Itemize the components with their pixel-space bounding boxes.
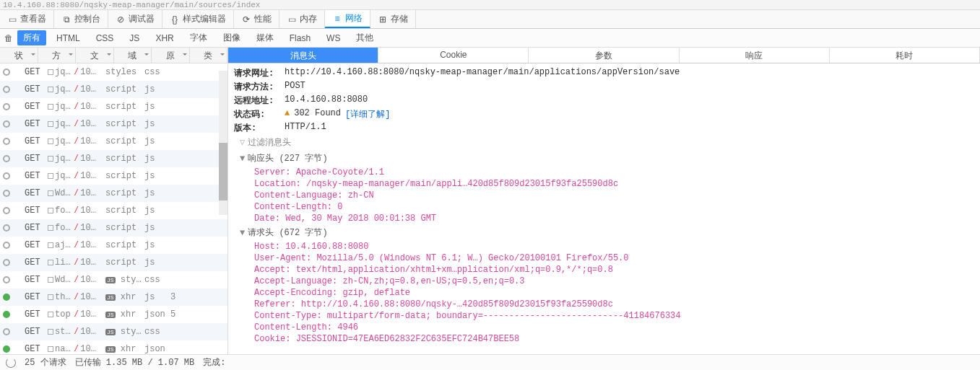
reload-icon[interactable]	[6, 358, 16, 368]
filter-headers-input[interactable]: ▽过滤消息头	[234, 135, 974, 150]
row-method: GET	[25, 223, 46, 233]
tab-label: 查看器	[20, 13, 46, 25]
label-remote: 远程地址:	[234, 94, 280, 107]
status-dot-icon	[3, 138, 10, 145]
header-value: zh-CN	[348, 190, 374, 201]
request-row[interactable]: GETth…⁄10…JS xhrjs3	[0, 288, 227, 306]
perf-icon: ⟳	[241, 14, 251, 25]
request-row[interactable]: GETfo…⁄10…scriptjs	[0, 219, 227, 237]
filter-js[interactable]: JS	[123, 32, 145, 45]
status-bar: 25 个请求 已传输 1.35 MB / 1.07 MB 完成:	[0, 354, 980, 370]
request-row[interactable]: GETjq…⁄10…scriptjs	[0, 167, 227, 185]
row-file: Wd…	[48, 275, 72, 285]
insecure-icon: ⁄	[74, 344, 79, 354]
header-value: Apache-Coyote/1.1	[296, 167, 384, 177]
tab-label: 控制台	[74, 13, 100, 25]
tab-debugger[interactable]: ⊘调试器	[108, 10, 162, 28]
tab-performance[interactable]: ⟳性能	[234, 10, 279, 28]
value-url: http://10.4.160.88:8080/nqsky-meap-manag…	[285, 67, 680, 79]
tab-style-editor[interactable]: {}样式编辑器	[162, 10, 234, 28]
response-headers-section[interactable]: ▼响应头 (227 字节)	[234, 150, 974, 167]
row-type: js	[144, 257, 169, 268]
filter-fonts[interactable]: 字体	[184, 30, 213, 45]
row-file: li…	[48, 257, 72, 268]
request-headers-section[interactable]: ▼请求头 (672 字节)	[234, 224, 974, 241]
insecure-icon: ⁄	[74, 206, 79, 216]
detail-tab-timing[interactable]: 耗时	[830, 48, 980, 63]
style-icon: {}	[170, 14, 180, 25]
scrollbar-thumb[interactable]	[219, 143, 227, 201]
insecure-icon: ⁄	[74, 171, 79, 181]
tab-network[interactable]: ≡网络	[325, 10, 370, 28]
value-remote: 10.4.160.88:8080	[285, 94, 368, 107]
detail-tab-headers[interactable]: 消息头	[228, 48, 378, 63]
filter-headers-label: 过滤消息头	[248, 138, 291, 148]
request-list-panel: 状 方 文 域 原 类 GETjq…⁄10…stylescssGETjq…⁄10…	[0, 48, 228, 354]
request-row[interactable]: GETjq…⁄10…scriptjs	[0, 150, 227, 167]
insecure-icon: ⁄	[74, 136, 79, 146]
row-domain: ⁄10…	[74, 84, 104, 94]
tab-memory[interactable]: ▭内存	[279, 10, 325, 28]
col-status[interactable]: 状	[0, 48, 38, 63]
filter-xhr[interactable]: XHR	[149, 32, 179, 45]
request-row[interactable]: GETjq…⁄10…scriptjs	[0, 133, 227, 150]
col-domain[interactable]: 域	[114, 48, 152, 63]
row-domain: ⁄10…	[74, 67, 104, 77]
header-value: 4946	[337, 322, 358, 332]
tab-storage[interactable]: ⊞存储	[370, 10, 416, 28]
scrollbar[interactable]	[219, 71, 227, 215]
detail-tab-response[interactable]: 响应	[680, 48, 830, 63]
row-cause: script	[105, 188, 143, 198]
filter-other[interactable]: 其他	[350, 30, 379, 45]
row-file: jq…	[48, 154, 72, 164]
learn-more-link[interactable]: [详细了解]	[345, 108, 390, 120]
filter-ws[interactable]: WS	[321, 32, 346, 45]
tab-console[interactable]: ⧉控制台	[54, 10, 108, 28]
detail-tab-params[interactable]: 参数	[529, 48, 679, 63]
col-type[interactable]: 类	[190, 48, 228, 63]
col-file[interactable]: 文	[76, 48, 114, 63]
request-row[interactable]: GETaj…⁄10…scriptjs	[0, 237, 227, 254]
status-done: 完成:	[203, 356, 225, 369]
col-method[interactable]: 方	[38, 48, 77, 63]
filter-media[interactable]: 媒体	[251, 30, 279, 45]
filter-html[interactable]: HTML	[51, 32, 86, 45]
header-name: Referer	[254, 299, 290, 309]
status-dot-icon	[3, 172, 10, 180]
col-cause[interactable]: 原	[152, 48, 190, 63]
row-domain: ⁄10…	[74, 223, 104, 233]
filter-flash[interactable]: Flash	[284, 32, 316, 45]
request-row[interactable]: GETfo…⁄10…scriptjs	[0, 202, 227, 219]
row-cause: script	[105, 206, 143, 216]
filter-all[interactable]: 所有	[17, 30, 46, 45]
request-row[interactable]: GETjq…⁄10…scriptjs	[0, 81, 227, 98]
row-type: js	[144, 154, 169, 164]
status-dot-icon	[3, 328, 10, 335]
request-row[interactable]: GETjq…⁄10…stylescss	[0, 63, 227, 81]
request-row[interactable]: GETtop⁄10…JS xhrjson5	[0, 306, 227, 323]
request-row[interactable]: GETli…⁄10…scriptjs	[0, 254, 227, 271]
request-row[interactable]: GETjq…⁄10…scriptjs	[0, 115, 227, 133]
request-row[interactable]: GETjq…⁄10…scriptjs	[0, 98, 227, 115]
request-row[interactable]: GETna…⁄10…JS xhrjson	[0, 340, 227, 354]
insecure-icon: ⁄	[74, 67, 79, 77]
status-dot-icon	[3, 155, 10, 162]
header-name: Host	[254, 242, 275, 252]
status-dot-icon	[3, 103, 10, 110]
filter-images[interactable]: 图像	[217, 30, 246, 45]
detail-tab-cookie[interactable]: Cookie	[378, 48, 529, 63]
row-cause: JS xhr	[105, 309, 143, 320]
tab-inspector[interactable]: ▭查看器	[0, 10, 54, 28]
header-value: Mozilla/5.0 (Windows NT 6.1; W…) Gecko/2…	[316, 253, 628, 263]
insecure-icon: ⁄	[74, 240, 79, 250]
filter-css[interactable]: CSS	[90, 32, 120, 45]
request-row[interactable]: GETWd…⁄10…scriptjs	[0, 185, 227, 202]
header-name: Content-Length	[254, 322, 327, 332]
row-method: GET	[25, 292, 46, 302]
header-name: Accept-Encoding	[254, 288, 332, 298]
row-cause: JS sty…	[105, 275, 143, 285]
row-file: jq…	[48, 171, 72, 181]
request-row[interactable]: GETst…⁄10…JS sty…css	[0, 323, 227, 340]
request-row[interactable]: GETWd…⁄10…JS sty…css	[0, 271, 227, 288]
clear-icon[interactable]: 🗑	[4, 33, 13, 43]
